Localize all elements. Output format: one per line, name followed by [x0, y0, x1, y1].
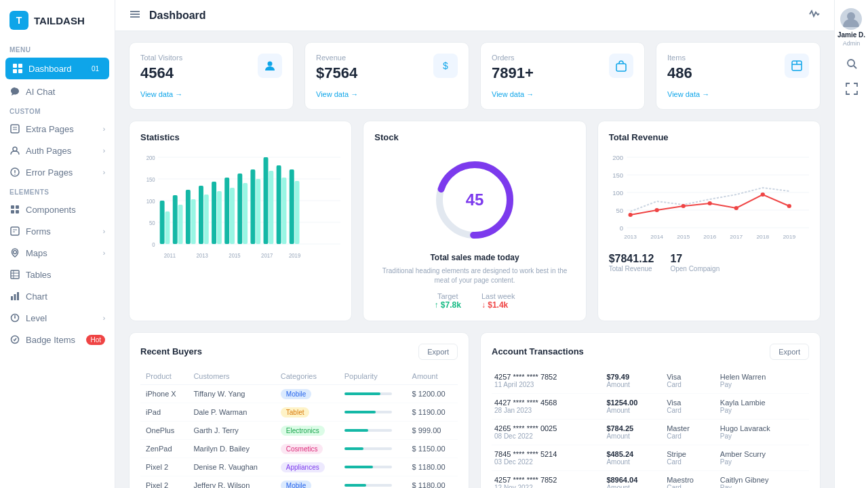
bottom-row: Recent Buyers Export Product Customers C… — [129, 332, 821, 488]
svg-rect-59 — [224, 178, 229, 244]
transactions-header: Account Transactions Export — [492, 344, 809, 360]
svg-rect-53 — [186, 190, 191, 244]
svg-point-90 — [681, 204, 685, 208]
svg-point-28 — [14, 317, 16, 319]
trans-amount-cell: $8964.04 Amount — [604, 470, 664, 488]
cell-product: Pixel 2 — [140, 476, 188, 488]
stock-desc-line2: Traditional heading elements are designe… — [374, 266, 574, 285]
target-value: ↑ $7.8k — [435, 300, 461, 310]
orders-link[interactable]: View data → — [492, 90, 633, 98]
stock-title: Stock — [374, 132, 574, 142]
svg-rect-2 — [13, 69, 17, 73]
sidebar-item-tables[interactable]: Tables — [0, 264, 115, 285]
revenue-link[interactable]: View data → — [316, 90, 458, 98]
sidebar-item-dashboard[interactable]: Dashboard 01 — [5, 58, 109, 79]
cell-popularity — [339, 476, 407, 488]
revenue-total-stat: $7841.12 Total Revenue — [609, 253, 654, 272]
transactions-export-button[interactable]: Export — [770, 344, 809, 360]
chevron-right-icon: › — [103, 228, 105, 235]
svg-rect-65 — [264, 157, 269, 244]
hot-badge: Hot — [86, 335, 105, 345]
list-item: 7845 **** **** 5214 03 Dec 2022 $485.24 … — [492, 445, 809, 470]
sidebar-item-extra-pages[interactable]: Extra Pages › — [0, 118, 115, 140]
sidebar-item-level[interactable]: Level › — [0, 307, 115, 329]
stock-chart-card: Stock 45 Total sales made today Traditio… — [363, 121, 586, 321]
svg-rect-69 — [290, 169, 294, 244]
table-row: ZenPad Marilyn D. Bailey Cosmetics $ 115… — [140, 439, 458, 458]
user-name: Jamie D. — [837, 31, 865, 39]
svg-rect-66 — [269, 171, 273, 244]
visitors-link[interactable]: View data → — [140, 90, 282, 98]
sidebar-item-chart[interactable]: Chart — [0, 285, 115, 307]
trans-amount-cell: $784.25 Amount — [604, 419, 664, 445]
items-link[interactable]: View data → — [667, 90, 809, 98]
cell-customer: Jeffery R. Wilson — [188, 476, 275, 488]
svg-point-94 — [787, 204, 791, 208]
svg-rect-68 — [281, 178, 286, 244]
sidebar-item-forms[interactable]: Forms › — [0, 220, 115, 242]
sidebar-item-auth-pages[interactable]: Auth Pages › — [0, 140, 115, 161]
svg-rect-4 — [11, 125, 19, 133]
box-icon — [785, 54, 809, 78]
svg-rect-11 — [11, 205, 14, 209]
stock-stats: Target ↑ $7.8k Last week ↓ $1.4k — [435, 292, 515, 310]
cell-popularity — [339, 421, 407, 439]
cell-customer: Marilyn D. Bailey — [188, 439, 275, 458]
svg-rect-15 — [11, 227, 19, 235]
svg-rect-67 — [277, 165, 281, 244]
chat-icon — [9, 86, 20, 97]
svg-rect-62 — [243, 183, 248, 244]
svg-text:2017: 2017 — [730, 234, 743, 240]
col-customers: Customers — [188, 368, 275, 385]
stock-desc-line1: Total sales made today — [430, 252, 519, 264]
items-label: Items — [667, 54, 692, 62]
recent-buyers-header: Recent Buyers Export — [140, 344, 458, 360]
svg-rect-57 — [212, 182, 216, 244]
fullscreen-icon[interactable] — [846, 83, 858, 97]
page-title: Dashboard — [149, 9, 206, 22]
cell-category: Cosmetics — [275, 439, 339, 458]
items-value: 486 — [667, 64, 692, 82]
buyers-table: Product Customers Categories Popularity … — [140, 368, 458, 488]
svg-point-7 — [13, 147, 17, 151]
svg-rect-64 — [256, 179, 260, 244]
stat-card-revenue: Revenue $7564 $ View data → — [304, 42, 469, 110]
trans-id-cell: 4257 **** **** 7852 12 Nov 2022 — [492, 470, 604, 488]
table-row: iPad Dale P. Warman Tablet $ 1190.00 — [140, 403, 458, 421]
menu-icon[interactable] — [129, 8, 141, 22]
cell-popularity — [339, 384, 407, 403]
cell-product: iPhone X — [140, 384, 188, 403]
sidebar-item-ai-chat[interactable]: AI Chat — [0, 81, 115, 102]
cell-amount: $ 1180.00 — [407, 476, 458, 488]
chevron-right-icon: › — [103, 249, 105, 257]
trans-name-cell: Hugo Lavarack Pay — [717, 419, 809, 445]
user-icon — [258, 54, 282, 78]
svg-rect-13 — [11, 210, 14, 214]
activity-icon[interactable] — [808, 8, 821, 22]
target-label: Target — [435, 292, 461, 300]
revenue-label: Revenue — [316, 54, 357, 62]
trans-id-cell: 4265 **** **** 0025 08 Dec 2022 — [492, 419, 604, 445]
orders-label: Orders — [492, 54, 534, 62]
trans-name-cell: Kayla Lambie Pay — [717, 393, 809, 419]
sidebar-item-maps[interactable]: Maps › — [0, 242, 115, 264]
svg-text:2011: 2011 — [164, 251, 176, 259]
level-label: Level — [26, 313, 47, 323]
svg-text:200: 200 — [612, 155, 623, 161]
sidebar-item-badge-items[interactable]: Badge Items Hot — [0, 329, 115, 350]
cell-customer: Denise R. Vaughan — [188, 458, 275, 476]
svg-text:150: 150 — [612, 172, 623, 179]
svg-text:2013: 2013 — [197, 251, 209, 259]
svg-text:0: 0 — [619, 225, 623, 232]
visitors-label: Total Visitors — [140, 54, 182, 62]
search-icon[interactable] — [846, 58, 858, 72]
sidebar-item-components[interactable]: Components — [0, 199, 115, 220]
buyers-export-button[interactable]: Export — [418, 344, 458, 360]
sidebar-item-error-pages[interactable]: Error Pages › — [0, 161, 115, 183]
svg-point-93 — [760, 192, 764, 197]
svg-rect-24 — [14, 294, 16, 300]
transactions-card: Account Transactions Export 4257 **** **… — [480, 332, 821, 488]
chevron-right-icon: › — [103, 169, 105, 176]
recent-buyers-title: Recent Buyers — [140, 346, 202, 357]
tables-icon — [9, 269, 20, 280]
